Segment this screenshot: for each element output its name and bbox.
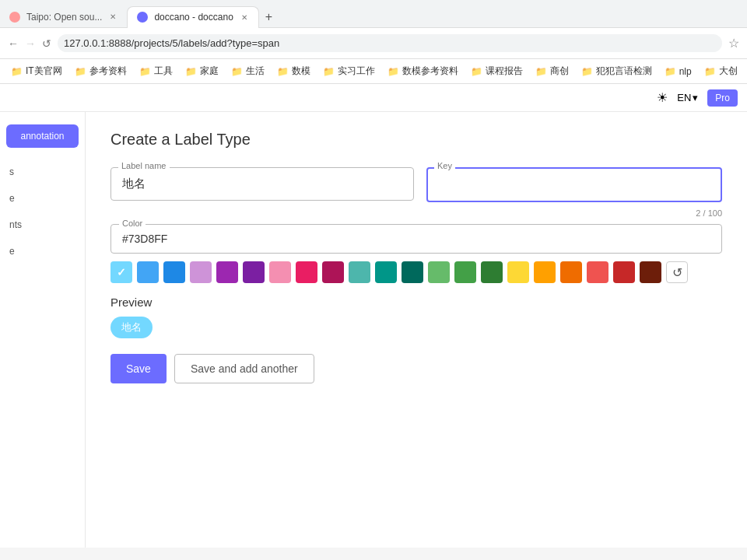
bookmark-nlp[interactable]: 📁 nlp — [660, 65, 696, 79]
color-swatch-6[interactable] — [269, 261, 291, 283]
sidebar-item-4[interactable]: e — [0, 240, 85, 263]
bookmark-ref[interactable]: 📁 参考资料 — [70, 63, 132, 79]
bookmark-label: 生活 — [246, 65, 265, 78]
color-swatch-18[interactable] — [587, 261, 608, 283]
folder-icon: 📁 — [75, 66, 86, 77]
bookmark-report[interactable]: 📁 课程报告 — [466, 63, 528, 79]
reload-icon[interactable]: ↺ — [42, 37, 51, 50]
theme-toggle-icon[interactable]: ☀ — [657, 90, 668, 105]
color-swatch-8[interactable] — [322, 261, 344, 283]
label-name-input[interactable] — [110, 167, 414, 201]
preview-section: Preview 地名 — [110, 296, 722, 338]
bookmark-label: nlp — [679, 66, 692, 77]
tab-favicon-taipo — [9, 12, 20, 23]
bookmark-math[interactable]: 📁 数模 — [272, 63, 315, 79]
new-tab-button[interactable]: + — [259, 7, 279, 27]
bookmark-label: 家庭 — [200, 65, 219, 78]
color-swatch-7[interactable] — [296, 261, 317, 283]
save-button[interactable]: Save — [110, 354, 167, 383]
tab-favicon-doccano — [137, 12, 148, 23]
bookmark-label: IT美官网 — [26, 65, 62, 78]
preview-badge: 地名 — [110, 317, 153, 338]
bookmark-star-icon[interactable]: ☆ — [728, 36, 739, 51]
main-layout: annotation s e nts e Create a Label Type… — [0, 112, 747, 548]
color-swatch-17[interactable] — [560, 261, 582, 283]
color-field-label: Color — [119, 219, 146, 228]
pro-button[interactable]: Pro — [707, 89, 738, 107]
bookmark-label: 数模参考资料 — [402, 65, 458, 78]
forward-icon[interactable]: → — [25, 37, 36, 50]
color-field-wrapper: Color #73D8FF — [110, 224, 722, 254]
back-icon[interactable]: ← — [8, 37, 19, 50]
bookmark-label: 实习工作 — [338, 65, 375, 78]
bookmark-crime[interactable]: 📁 犯犯言语检测 — [577, 63, 657, 79]
color-swatch-4[interactable] — [216, 261, 238, 283]
bookmark-biz[interactable]: 📁 商创 — [531, 63, 573, 79]
folder-icon: 📁 — [388, 66, 399, 77]
chevron-down-icon: ▾ — [693, 92, 698, 103]
folder-icon: 📁 — [665, 66, 676, 77]
tab-close-taipo[interactable]: ✕ — [108, 11, 117, 23]
tab-bar: Taipo: Open sou... ✕ doccano - doccano ✕… — [0, 0, 747, 28]
language-label: EN — [677, 92, 691, 103]
color-swatch-16[interactable] — [534, 261, 556, 283]
color-swatch-11[interactable] — [402, 261, 423, 283]
color-swatch-15[interactable] — [507, 261, 529, 283]
save-and-add-another-button[interactable]: Save and add another — [174, 354, 314, 383]
key-label: Key — [434, 161, 455, 170]
bookmark-label: 犯犯言语检测 — [596, 65, 652, 78]
bookmark-life[interactable]: 📁 生活 — [226, 63, 269, 79]
top-controls-bar: ☀ EN ▾ Pro — [0, 84, 747, 112]
label-name-field-group: Label name — [110, 167, 414, 202]
sidebar-item-2[interactable]: e — [0, 187, 85, 210]
color-swatch-10[interactable] — [375, 261, 397, 283]
label-key-row: Label name Key — [110, 167, 722, 202]
bookmark-label: 课程报告 — [486, 65, 523, 78]
color-swatch-3[interactable] — [190, 261, 212, 283]
tab-taipo[interactable]: Taipo: Open sou... ✕ — [0, 6, 127, 28]
sidebar-item-3[interactable]: nts — [0, 213, 85, 236]
bookmark-label: 参考资料 — [89, 65, 127, 78]
language-selector[interactable]: EN ▾ — [677, 92, 698, 103]
bookmark-home[interactable]: 📁 家庭 — [181, 63, 223, 79]
color-swatch-2[interactable] — [163, 261, 185, 283]
bookmark-tool[interactable]: 📁 工具 — [135, 63, 177, 79]
color-swatch-14[interactable] — [481, 261, 503, 283]
folder-icon: 📁 — [277, 66, 289, 77]
color-swatch-1[interactable] — [137, 261, 159, 283]
tab-close-doccano[interactable]: ✕ — [240, 12, 249, 23]
bookmark-it[interactable]: 📁 IT美官网 — [6, 63, 67, 79]
color-swatch-20[interactable] — [640, 261, 661, 283]
preview-title: Preview — [110, 296, 722, 309]
bookmark-label: 大创 — [719, 65, 738, 78]
sidebar: annotation s e nts e — [0, 112, 86, 548]
folder-icon: 📁 — [231, 66, 243, 77]
content-area: Create a Label Type Label name Key 2 / 1… — [86, 112, 747, 548]
page-title: Create a Label Type — [110, 131, 722, 149]
color-swatch-0[interactable] — [110, 261, 132, 283]
tab-doccano[interactable]: doccano - doccano ✕ — [127, 6, 258, 28]
bookmark-dachuang[interactable]: 📁 大创 — [700, 63, 742, 79]
key-input[interactable] — [426, 167, 722, 202]
tab-label-doccano: doccano - doccano — [154, 12, 233, 23]
color-section: Color #73D8FF ↺ — [110, 224, 722, 283]
folder-icon: 📁 — [471, 66, 482, 77]
color-swatch-9[interactable] — [349, 261, 370, 283]
color-swatch-13[interactable] — [454, 261, 476, 283]
sidebar-item-1[interactable]: s — [0, 160, 85, 184]
bookmark-work[interactable]: 📁 实习工作 — [318, 63, 380, 79]
address-input[interactable] — [58, 34, 722, 52]
bookmark-label: 商创 — [550, 65, 569, 78]
color-hex-value: #73D8FF — [122, 233, 167, 245]
label-name-label: Label name — [118, 161, 170, 170]
folder-icon: 📁 — [11, 66, 23, 77]
address-bar: ← → ↺ ☆ — [0, 28, 747, 59]
bookmark-mathref[interactable]: 📁 数模参考资料 — [383, 63, 463, 79]
annotation-button[interactable]: annotation — [6, 124, 79, 148]
bookmark-label: 数模 — [292, 65, 310, 78]
color-reset-button[interactable]: ↺ — [666, 261, 688, 283]
color-swatch-12[interactable] — [428, 261, 450, 283]
color-swatch-19[interactable] — [613, 261, 635, 283]
tab-label-taipo: Taipo: Open sou... — [26, 12, 102, 23]
color-swatch-5[interactable] — [243, 261, 265, 283]
